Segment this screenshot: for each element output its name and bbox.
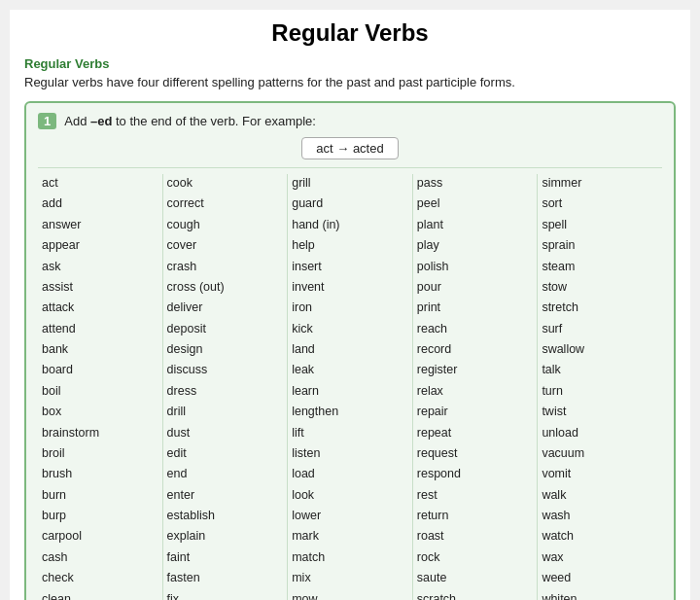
word-item: roast: [417, 527, 534, 546]
word-item: crash: [167, 258, 284, 276]
word-item: dress: [167, 382, 284, 401]
word-item: box: [42, 403, 158, 421]
word-item: steam: [542, 258, 658, 276]
word-item: clean: [42, 590, 158, 601]
word-item: listen: [292, 444, 408, 463]
word-item: surf: [542, 320, 658, 338]
word-col-1: actaddanswerappearaskassistattackattendb…: [38, 174, 163, 600]
word-item: respond: [417, 465, 534, 483]
word-item: print: [417, 299, 534, 317]
word-item: rock: [417, 548, 534, 567]
word-item: wash: [542, 507, 658, 525]
word-item: add: [42, 194, 158, 213]
word-item: repair: [417, 403, 534, 421]
word-item: look: [292, 486, 408, 505]
word-item: help: [292, 236, 408, 255]
rule-number: 1: [38, 113, 56, 129]
word-item: leak: [292, 361, 408, 379]
rule-example: act → acted: [38, 137, 662, 159]
word-item: board: [42, 361, 158, 379]
word-item: discuss: [167, 361, 284, 379]
word-col-4: passpeelplantplaypolishpourprintreachrec…: [413, 174, 539, 600]
word-item: reach: [417, 320, 534, 338]
word-item: land: [292, 340, 408, 359]
word-item: spell: [542, 216, 658, 234]
word-item: rest: [417, 486, 534, 505]
word-item: talk: [542, 361, 658, 379]
word-item: sort: [542, 194, 658, 213]
word-item: pour: [417, 278, 534, 297]
word-item: brush: [42, 465, 158, 483]
rule-header: 1 Add –ed to the end of the verb. For ex…: [38, 113, 662, 129]
word-item: grill: [292, 174, 408, 193]
word-item: repeat: [417, 424, 534, 442]
word-item: polish: [417, 258, 534, 276]
word-item: register: [417, 361, 534, 379]
word-item: burp: [42, 507, 158, 525]
word-item: mow: [292, 590, 408, 601]
word-item: cover: [167, 236, 284, 255]
word-item: stow: [542, 278, 658, 297]
word-item: establish: [167, 507, 284, 525]
page-container: Regular Verbs Regular Verbs Regular verb…: [10, 10, 690, 600]
rule-box-1: 1 Add –ed to the end of the verb. For ex…: [24, 101, 676, 600]
word-item: carpool: [42, 527, 158, 546]
word-item: hand (in): [292, 216, 408, 234]
word-item: swallow: [542, 340, 658, 359]
word-item: pass: [417, 174, 534, 193]
word-item: brainstorm: [42, 424, 158, 442]
word-col-5: simmersortspellsprainsteamstowstretchsur…: [538, 174, 662, 600]
word-item: request: [417, 444, 534, 463]
word-item: wax: [542, 548, 658, 567]
word-item: cough: [167, 216, 284, 234]
word-item: vacuum: [542, 444, 658, 463]
word-item: invent: [292, 278, 408, 297]
word-item: relax: [417, 382, 534, 401]
example-bubble: act → acted: [301, 137, 398, 159]
word-item: enter: [167, 486, 284, 505]
word-item: lower: [292, 507, 408, 525]
word-item: correct: [167, 194, 284, 213]
word-item: sprain: [542, 236, 658, 255]
word-item: fasten: [167, 569, 284, 587]
word-item: simmer: [542, 174, 658, 193]
word-item: peel: [417, 194, 534, 213]
word-item: return: [417, 507, 534, 525]
word-item: mix: [292, 569, 408, 587]
word-item: attend: [42, 320, 158, 338]
word-item: lift: [292, 424, 408, 442]
word-item: design: [167, 340, 284, 359]
word-col-2: cookcorrectcoughcovercrashcross (out)del…: [163, 174, 289, 600]
word-item: mark: [292, 527, 408, 546]
word-item: record: [417, 340, 534, 359]
word-item: saute: [417, 569, 534, 587]
word-item: drill: [167, 403, 284, 421]
word-item: burn: [42, 486, 158, 505]
word-item: weed: [542, 569, 658, 587]
word-item: cross (out): [167, 278, 284, 297]
page-title: Regular Verbs: [24, 19, 676, 47]
word-item: whiten: [542, 590, 658, 601]
word-item: vomit: [542, 465, 658, 483]
word-item: broil: [42, 444, 158, 463]
rule-instruction: Add –ed to the end of the verb. For exam…: [64, 114, 316, 128]
word-item: watch: [542, 527, 658, 546]
word-item: lengthen: [292, 403, 408, 421]
word-item: learn: [292, 382, 408, 401]
word-item: fix: [167, 590, 284, 601]
word-item: iron: [292, 299, 408, 317]
word-item: assist: [42, 278, 158, 297]
word-item: scratch: [417, 590, 534, 601]
word-item: boil: [42, 382, 158, 401]
word-item: act: [42, 174, 158, 193]
subtitle-heading: Regular Verbs: [24, 56, 676, 71]
word-item: turn: [542, 382, 658, 401]
word-item: kick: [292, 320, 408, 338]
word-item: deliver: [167, 299, 284, 317]
word-item: dust: [167, 424, 284, 442]
word-item: explain: [167, 527, 284, 546]
word-item: attack: [42, 299, 158, 317]
word-item: walk: [542, 486, 658, 505]
word-item: ask: [42, 258, 158, 276]
word-item: edit: [167, 444, 284, 463]
